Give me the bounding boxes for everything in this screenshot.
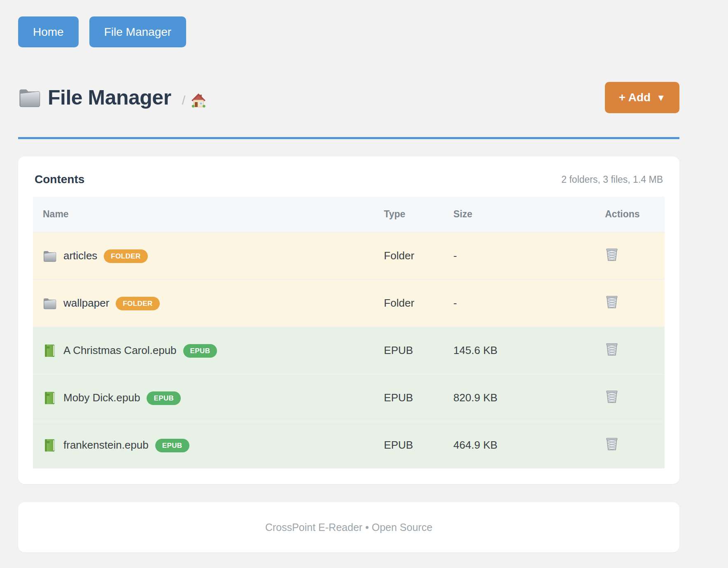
chevron-down-icon: ▼: [656, 93, 665, 103]
wastebasket-icon: [605, 294, 619, 310]
file-type: EPUB: [374, 421, 443, 468]
file-type: Folder: [374, 279, 443, 327]
file-name: wallpaper: [63, 297, 109, 310]
file-name-cell[interactable]: wallpaper FOLDER: [43, 296, 374, 310]
column-header-size: Size: [443, 197, 595, 232]
file-name: frankenstein.epub: [63, 439, 149, 452]
file-type: EPUB: [374, 374, 443, 421]
folder-emoji-icon: [43, 249, 57, 263]
folder-emoji-icon: [43, 296, 57, 310]
page-title: File Manager: [48, 86, 171, 109]
delete-button[interactable]: [605, 341, 619, 357]
delete-button[interactable]: [605, 436, 619, 452]
home-icon[interactable]: [190, 92, 207, 109]
delete-button[interactable]: [605, 247, 619, 262]
column-header-name-type: Type: [374, 197, 443, 232]
table-body: articles FOLDER Folder - wallpaper FOLDE…: [33, 232, 665, 468]
page-container: Home File Manager File Manager / + Add ▼…: [18, 0, 679, 552]
home-button[interactable]: Home: [18, 16, 79, 47]
file-manager-button[interactable]: File Manager: [89, 16, 186, 47]
table-row[interactable]: articles FOLDER Folder -: [33, 232, 665, 279]
file-name: Moby Dick.epub: [63, 391, 140, 404]
green-book-icon: [43, 344, 57, 358]
file-size: -: [443, 279, 595, 327]
type-badge: EPUB: [147, 391, 181, 405]
type-badge: FOLDER: [116, 297, 159, 310]
file-name-cell[interactable]: frankenstein.epub EPUB: [43, 438, 374, 452]
wastebasket-icon: [605, 341, 619, 357]
contents-card-header: Contents 2 folders, 3 files, 1.4 MB: [33, 173, 665, 186]
file-type: EPUB: [374, 327, 443, 374]
page-header: File Manager / + Add ▼: [18, 82, 679, 113]
wastebasket-icon: [605, 247, 619, 262]
footer-card: CrossPoint E-Reader • Open Source: [18, 502, 679, 552]
column-header-name: Name: [33, 197, 374, 232]
file-name-cell[interactable]: A Christmas Carol.epub EPUB: [43, 344, 374, 358]
green-book-icon: [43, 438, 57, 452]
add-button[interactable]: + Add ▼: [605, 82, 679, 113]
table-row[interactable]: Moby Dick.epub EPUB EPUB 820.9 KB: [33, 374, 665, 421]
delete-button[interactable]: [605, 389, 619, 404]
file-name: articles: [63, 249, 97, 262]
file-name-cell[interactable]: Moby Dick.epub EPUB: [43, 391, 374, 405]
top-nav: Home File Manager: [18, 0, 679, 47]
contents-card: Contents 2 folders, 3 files, 1.4 MB Name…: [18, 156, 679, 484]
header-divider: [18, 137, 679, 139]
file-name-cell[interactable]: articles FOLDER: [43, 249, 374, 263]
breadcrumb-separator: /: [182, 93, 185, 107]
file-table: Name Type Size Actions articles FOLDER F…: [33, 197, 665, 468]
folder-icon: [18, 86, 41, 109]
footer-text: CrossPoint E-Reader • Open Source: [265, 521, 432, 533]
title-wrap: File Manager /: [18, 86, 207, 109]
column-header-actions: Actions: [595, 197, 665, 232]
table-row[interactable]: frankenstein.epub EPUB EPUB 464.9 KB: [33, 421, 665, 468]
contents-summary: 2 folders, 3 files, 1.4 MB: [561, 174, 663, 185]
file-size: 464.9 KB: [443, 421, 595, 468]
green-book-icon: [43, 391, 57, 405]
table-row[interactable]: wallpaper FOLDER Folder -: [33, 279, 665, 327]
type-badge: EPUB: [183, 344, 217, 358]
add-button-label: + Add: [619, 91, 651, 104]
file-size: 145.6 KB: [443, 327, 595, 374]
table-row[interactable]: A Christmas Carol.epub EPUB EPUB 145.6 K…: [33, 327, 665, 374]
breadcrumb: /: [182, 92, 207, 109]
contents-heading: Contents: [35, 173, 84, 186]
wastebasket-icon: [605, 389, 619, 404]
file-name: A Christmas Carol.epub: [63, 344, 177, 357]
wastebasket-icon: [605, 436, 619, 452]
delete-button[interactable]: [605, 294, 619, 310]
table-header-row: Name Type Size Actions: [33, 197, 665, 232]
file-size: -: [443, 232, 595, 279]
file-type: Folder: [374, 232, 443, 279]
type-badge: EPUB: [155, 439, 189, 452]
file-size: 820.9 KB: [443, 374, 595, 421]
type-badge: FOLDER: [104, 249, 147, 263]
